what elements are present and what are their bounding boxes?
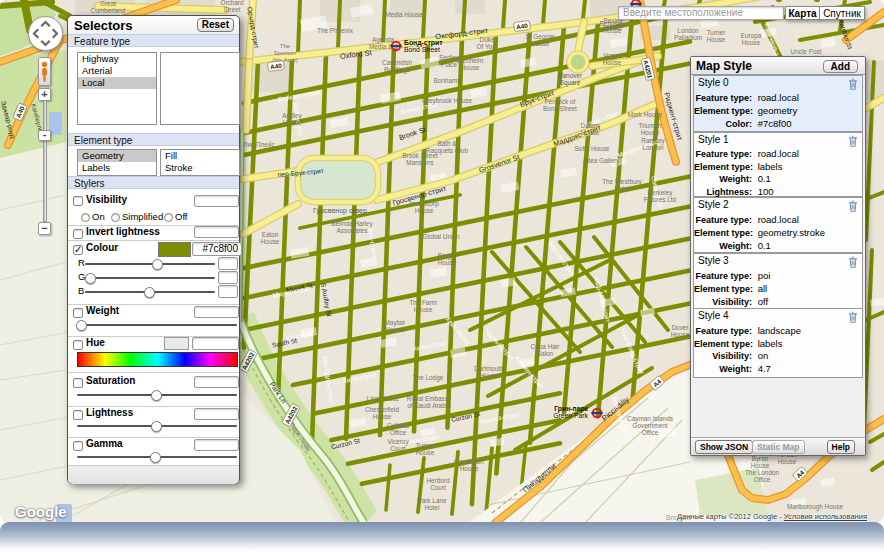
svg-text:House: House [581, 129, 600, 136]
svg-text:Greybrook House: Greybrook House [422, 97, 473, 105]
svg-text:Street: Street [223, 6, 240, 13]
svg-text:Lion House: Lion House [367, 395, 400, 402]
svg-text:Media House: Media House [385, 11, 423, 18]
svg-text:Office: Office [390, 429, 407, 436]
svg-text:Datam: Datam [581, 122, 600, 129]
svg-text:House: House [416, 449, 435, 456]
svg-text:Green Park: Green Park [553, 412, 588, 419]
svg-text:The Farm: The Farm [409, 299, 437, 306]
svg-text:Global Union: Global Union [423, 233, 460, 240]
svg-text:Hotel: Hotel [615, 185, 630, 192]
svg-text:London: London [642, 144, 664, 151]
svg-text:Blenheim: Blenheim [457, 57, 484, 64]
svg-text:Bond Street: Bond Street [404, 46, 440, 53]
svg-text:Cumberland: Cumberland [91, 7, 126, 14]
svg-text:London: London [677, 27, 699, 34]
svg-text:Bond Street: Bond Street [543, 105, 577, 112]
svg-text:Buildings: Buildings [384, 66, 410, 74]
svg-text:of Saudi Arabia: of Saudi Arabia [407, 402, 451, 409]
svg-text:Bath &: Bath & [437, 140, 457, 147]
svg-text:Court: Court [430, 484, 446, 491]
svg-text:Brook Street: Brook Street [402, 152, 438, 159]
svg-text:House: House [438, 259, 457, 266]
svg-text:Mansions: Mansions [406, 159, 433, 166]
svg-text:House: House [414, 306, 433, 313]
svg-text:Square: Square [560, 79, 581, 87]
svg-text:Eaton: Eaton [262, 231, 279, 238]
svg-text:House: House [386, 326, 405, 333]
svg-text:Гросвенор сквер: Гросвенор сквер [313, 207, 367, 215]
svg-text:House: House [480, 372, 499, 379]
svg-text:House: House [283, 119, 302, 126]
svg-text:House: House [460, 465, 479, 472]
svg-text:Salon: Salon [537, 350, 554, 357]
svg-text:Лис Плейс: Лис Плейс [243, 141, 275, 148]
svg-text:Government: Government [632, 422, 667, 429]
svg-text:Spencer: Spencer [274, 50, 296, 56]
svg-text:Mark House: Mark House [628, 111, 663, 118]
svg-text:Chesterfield: Chesterfield [365, 406, 400, 413]
svg-text:The London: The London [745, 469, 780, 476]
svg-text:Turner: Turner [707, 29, 726, 36]
svg-text:Office: Office [642, 429, 659, 436]
svg-text:Duke: Duke [480, 36, 495, 43]
svg-text:House: House [261, 238, 280, 245]
svg-text:House: House [671, 331, 690, 338]
svg-text:Of York: Of York [477, 43, 499, 50]
svg-text:House: House [641, 129, 660, 136]
svg-text:Futures Ltd: Futures Ltd [644, 196, 677, 203]
svg-text:House: House [778, 458, 797, 465]
svg-text:House: House [461, 64, 480, 71]
svg-text:Dartmouth: Dartmouth [474, 365, 504, 372]
svg-text:Hotel: Hotel [425, 504, 440, 511]
svg-text:House: House [707, 36, 726, 43]
svg-text:House: House [373, 413, 392, 420]
svg-text:Hertford: Hertford [426, 477, 450, 484]
svg-text:Sofia House: Sofia House [575, 145, 610, 152]
svg-text:House: House [415, 207, 434, 214]
svg-text:Cultural: Cultural [387, 422, 409, 429]
svg-text:Hanover: Hanover [558, 72, 583, 79]
svg-text:Marlborough House: Marlborough House [787, 503, 844, 511]
svg-text:Turner: Turner [416, 442, 435, 449]
svg-text:Place: Place [441, 61, 457, 68]
svg-text:House: House [742, 39, 761, 46]
svg-text:Dover: Dover [671, 324, 689, 331]
svg-text:Uncle Post: Uncle Post [791, 48, 822, 55]
svg-text:Office: Office [754, 476, 771, 483]
svg-text:The: The [280, 43, 291, 49]
svg-text:The Phoenix: The Phoenix [317, 27, 354, 34]
svg-text:Altea Gallery: Altea Gallery [583, 157, 620, 165]
svg-text:The Lodge: The Lodge [413, 374, 444, 382]
svg-text:Cavendish: Cavendish [382, 59, 413, 66]
svg-text:Associates: Associates [337, 227, 368, 234]
svg-text:House: House [603, 59, 622, 66]
svg-text:Palladium: Palladium [674, 34, 702, 41]
svg-text:Fenwick of: Fenwick of [545, 98, 576, 105]
svg-text:Park Lane: Park Lane [417, 497, 447, 504]
svg-text:Court: Court [390, 445, 406, 452]
svg-text:Bonhams: Bonhams [434, 77, 461, 84]
svg-text:House: House [531, 40, 550, 47]
svg-text:Great: Great [100, 0, 116, 7]
svg-text:House: House [751, 462, 770, 469]
svg-text:House: House [604, 24, 623, 31]
